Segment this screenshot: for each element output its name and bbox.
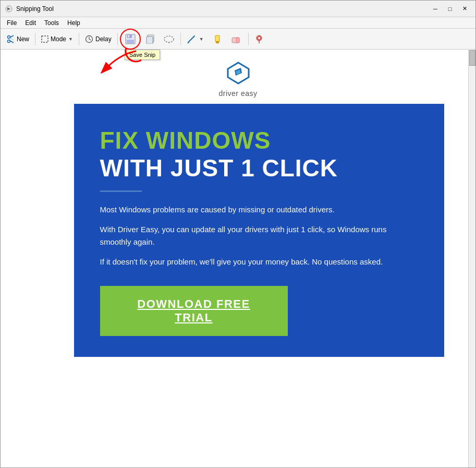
ad-banner: FIX WINDOWS WITH JUST 1 CLICK Most Windo…	[74, 104, 444, 357]
highlighter-icon	[212, 34, 223, 44]
pen-dropdown-arrow[interactable]: ▼	[199, 37, 204, 42]
pin-button[interactable]	[251, 31, 267, 47]
logo-text: driver easy	[219, 89, 258, 98]
mode-icon	[41, 35, 48, 43]
driver-easy-logo-icon	[225, 60, 251, 86]
ad-body-2: With Driver Easy, you can update all you…	[100, 223, 418, 248]
content-area: driver easy FIX WINDOWS WITH JUST 1 CLIC…	[1, 50, 475, 467]
eraser-icon	[231, 34, 242, 44]
copy-button[interactable]	[142, 31, 158, 47]
scrollbar-thumb[interactable]	[469, 50, 475, 66]
scrollbar[interactable]	[468, 50, 475, 467]
svg-rect-6	[42, 36, 48, 42]
svg-line-9	[89, 39, 91, 40]
delay-label: Delay	[95, 35, 112, 43]
separator-3	[117, 33, 118, 45]
svg-rect-11	[127, 34, 132, 38]
save-button[interactable]	[123, 31, 138, 47]
content-inner: driver easy FIX WINDOWS WITH JUST 1 CLIC…	[1, 50, 475, 357]
menu-tools[interactable]: Tools	[40, 18, 63, 28]
save-snip-tooltip: Save Snip	[125, 50, 160, 60]
separator-4	[180, 33, 181, 45]
lasso-icon	[163, 34, 175, 44]
pen-icon	[187, 34, 197, 44]
app-icon	[5, 5, 13, 13]
new-button[interactable]: New	[3, 31, 33, 47]
cta-suffix: TRIAL	[175, 311, 212, 324]
ad-headline-green: FIX WINDOWS	[100, 127, 418, 154]
eraser-button[interactable]	[227, 31, 246, 47]
download-cta-button[interactable]: DOWNLOAD FREE TRIAL	[100, 286, 288, 336]
svg-rect-15	[147, 37, 153, 44]
svg-rect-13	[128, 35, 129, 37]
svg-point-2	[8, 40, 10, 42]
save-icon	[125, 33, 136, 45]
svg-rect-12	[127, 40, 134, 43]
svg-rect-20	[215, 35, 219, 42]
menu-file[interactable]: File	[3, 18, 21, 28]
svg-point-1	[8, 35, 10, 38]
svg-line-18	[188, 36, 194, 42]
snipping-tool-window: Snipping Tool ─ □ ✕ File Edit Tools Help…	[0, 0, 476, 468]
minimize-button[interactable]: ─	[429, 4, 442, 14]
svg-point-16	[164, 36, 174, 42]
svg-point-25	[258, 37, 260, 39]
separator-1	[35, 33, 35, 45]
mode-dropdown-arrow[interactable]: ▼	[68, 37, 73, 42]
pen-button[interactable]: ▼	[183, 31, 208, 47]
title-bar: Snipping Tool ─ □ ✕	[1, 1, 475, 17]
new-label: New	[17, 35, 29, 43]
ad-body-3: If it doesn't fix your problem, we'll gi…	[100, 256, 418, 268]
highlighter-button[interactable]	[209, 31, 226, 47]
maximize-button[interactable]: □	[443, 4, 457, 14]
mode-label: Mode	[51, 35, 66, 43]
lasso-button[interactable]	[160, 31, 178, 47]
window-controls: ─ □ ✕	[429, 4, 471, 14]
mode-button[interactable]: Mode ▼	[38, 31, 77, 47]
menu-help[interactable]: Help	[63, 18, 84, 28]
clock-icon	[85, 35, 93, 43]
menu-edit[interactable]: Edit	[21, 18, 40, 28]
svg-rect-23	[236, 38, 239, 43]
svg-line-5	[10, 38, 14, 40]
tooltip-text: Save Snip	[129, 52, 155, 58]
svg-marker-19	[187, 42, 189, 43]
svg-rect-21	[216, 41, 219, 43]
toolbar: New Mode ▼ Delay	[1, 29, 475, 50]
separator-2	[79, 33, 79, 45]
cta-underline: FREE	[216, 297, 250, 310]
copy-icon	[145, 34, 155, 44]
delay-button[interactable]: Delay	[81, 31, 115, 47]
logo-area: driver easy	[219, 60, 258, 98]
pin-icon	[254, 34, 264, 44]
separator-5	[248, 33, 249, 45]
close-button[interactable]: ✕	[458, 4, 471, 14]
menu-bar: File Edit Tools Help	[1, 17, 475, 29]
window-title: Snipping Tool	[16, 5, 429, 13]
ad-divider	[100, 190, 142, 192]
ad-headline-white: WITH JUST 1 CLICK	[100, 155, 418, 182]
ad-body-1: Most Windows problems are caused by miss…	[100, 203, 418, 216]
save-btn-container	[120, 29, 141, 50]
scissors-icon	[6, 35, 15, 43]
save-highlight-ring	[120, 29, 141, 50]
cta-prefix: DOWNLOAD	[137, 297, 216, 310]
